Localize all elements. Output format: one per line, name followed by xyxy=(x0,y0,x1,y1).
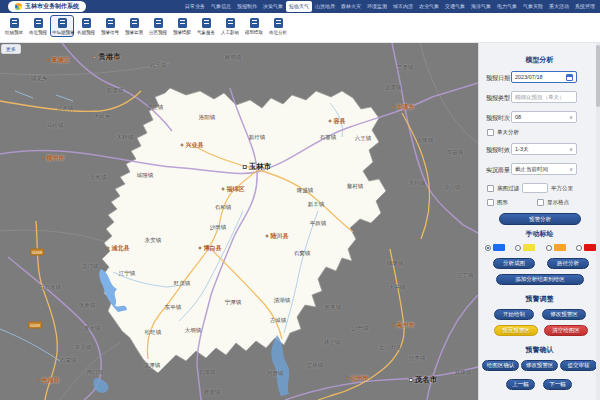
prev-frame-button[interactable]: 上一幅 xyxy=(506,379,535,390)
start-draw-button[interactable]: 开始绘制 xyxy=(494,309,534,320)
toolbar-item[interactable]: 分区预报 xyxy=(146,15,170,37)
grid-checkbox[interactable] xyxy=(537,199,544,206)
map-label-town: 平政镇 xyxy=(310,220,327,227)
plot-color-option[interactable] xyxy=(515,244,535,251)
topnav-item[interactable]: 气象灾险 xyxy=(520,1,546,12)
analyze-to-image-button[interactable]: 分析成图 xyxy=(493,258,535,269)
toolbar-item[interactable]: 预警提醒 xyxy=(170,15,194,37)
panel-scrollbar-thumb[interactable] xyxy=(596,45,600,107)
color-radio[interactable] xyxy=(546,245,552,251)
single-day-checkbox[interactable] xyxy=(487,129,494,136)
toolbar-item[interactable]: 组稿预览 xyxy=(2,15,26,37)
preset-warning-zone-button[interactable]: 预置预警区 xyxy=(494,325,538,336)
next-frame-button[interactable]: 下一幅 xyxy=(543,379,572,390)
add-result-to-plot-button[interactable]: 添加分析结果到绘区 xyxy=(496,274,584,285)
validity-select[interactable]: 1-3天 ∨ xyxy=(511,143,577,155)
map-label-town: 云表镇 xyxy=(57,105,74,112)
map-label-town: 沙田镇 xyxy=(352,325,369,332)
map-label-town: 镇龙乡 xyxy=(31,75,48,82)
forecast-time-select[interactable]: 08 ∨ xyxy=(511,111,577,123)
toolbar-item-label: 人工影响 xyxy=(220,29,240,34)
map-label-town: 大隆镇 xyxy=(417,137,434,144)
topnav-item[interactable]: 电力气象 xyxy=(494,1,520,12)
topnav-item[interactable]: 决策气象 xyxy=(260,1,286,12)
place-marker-icon xyxy=(181,144,184,147)
topnav-item[interactable]: 农业气象 xyxy=(416,1,442,12)
map-label-town: 六王镇 xyxy=(355,135,372,142)
map-label-town: 黎村镇 xyxy=(347,183,364,190)
shape-checkbox-row[interactable]: 图形 xyxy=(487,199,508,206)
topnav-item[interactable]: 海洋气象 xyxy=(468,1,494,12)
map-label-town: 古丁镇 xyxy=(457,272,474,279)
toolbar-item-label: 临近分析 xyxy=(268,29,288,34)
clear-plot-zone-button[interactable]: 清空绘图区 xyxy=(544,325,588,336)
place-marker-icon xyxy=(199,247,202,250)
toolbar-item[interactable]: 预警信号 xyxy=(98,15,122,37)
place-marker-icon xyxy=(37,379,40,382)
map-label-county: 化州市 xyxy=(346,374,369,383)
grid-checkbox-row[interactable]: 显示格点 xyxy=(537,199,569,206)
type-label: 预报类型 xyxy=(486,94,510,103)
area-threshold-input[interactable] xyxy=(522,183,548,193)
model-analysis-panel: 模型分析 预报日期 2023/07/18 预报类型 精细化预报（单天） 预报时次… xyxy=(478,43,600,400)
map-label-town: 新丰镇 xyxy=(308,201,325,208)
chevron-down-icon: ∨ xyxy=(569,166,573,172)
topnav-item[interactable]: 环境监测 xyxy=(364,1,390,12)
topnav-item[interactable]: 城市内涝 xyxy=(390,1,416,12)
warning-analyze-button[interactable]: 预警分析 xyxy=(499,213,581,225)
map-label-town: 大岭乡 xyxy=(94,113,111,120)
map-label-town: 那务镇 xyxy=(325,304,342,311)
map-label-county: 浦北县 xyxy=(107,244,130,253)
basemap-filter-checkbox[interactable] xyxy=(487,185,494,192)
toolbar-item[interactable]: 人工影响 xyxy=(218,15,242,37)
toolbar-item[interactable]: 气象服务 xyxy=(194,15,218,37)
map-label-county: 博白县 xyxy=(199,244,222,253)
color-radio[interactable] xyxy=(515,245,521,251)
toolbar-item[interactable]: 长期预报 xyxy=(74,15,98,37)
topnav-item[interactable]: 系统管理 xyxy=(572,1,598,12)
forecast-type-input[interactable]: 精细化预报（单天） xyxy=(511,91,577,103)
toolbar-item[interactable]: 临近预报 xyxy=(26,15,50,37)
topnav-item[interactable]: 日常业务 xyxy=(182,1,208,12)
topnav-item[interactable]: 气象信息 xyxy=(208,1,234,12)
plot-color-option[interactable] xyxy=(485,244,505,251)
map-label-county: 岑溪市 xyxy=(392,103,415,112)
app-brand[interactable]: 玉林市业务制作系统 xyxy=(8,1,86,12)
color-radio[interactable] xyxy=(576,245,582,251)
toolbar-item[interactable]: 临近分析 xyxy=(266,15,290,37)
area-unit-label: 平方公里 xyxy=(551,185,573,192)
map-more-button[interactable]: 更多 xyxy=(1,44,21,54)
topnav-item[interactable]: 山洪地质 xyxy=(312,1,338,12)
plot-color-option[interactable] xyxy=(576,244,596,251)
map-label-town: 观珠镇 xyxy=(455,369,472,376)
color-radio[interactable] xyxy=(485,245,491,251)
forecast-date-input[interactable]: 2023/07/18 xyxy=(511,71,577,83)
single-day-checkbox-row[interactable]: 单天分析 xyxy=(487,129,519,136)
plot-zone-confirm-button[interactable]: 绘图区确认 xyxy=(482,360,519,371)
topnav-item[interactable]: 森林火灾 xyxy=(338,1,364,12)
toolbar-item[interactable]: 模型提取 xyxy=(242,15,266,37)
map-base-svg xyxy=(0,43,478,400)
map-canvas[interactable]: 更多 武乐镇麻垌镇镇龙乡新塘镇云表镇大岭乡马岭镇湛江镇洛阳镇木梓镇乐民镇城隍镇新… xyxy=(0,43,478,400)
toolbar-item[interactable]: 中短期预警 xyxy=(50,15,74,37)
topnav-item[interactable]: 短临天气 xyxy=(286,1,312,12)
map-label-town: 河唇镇 xyxy=(267,370,284,377)
toolbar-item[interactable]: 预警监测 xyxy=(122,15,146,37)
map-label-county: 覃塘区 xyxy=(47,56,70,65)
topnav-item[interactable]: 重大活动 xyxy=(546,1,572,12)
modify-warning-zone-button2[interactable]: 修改预警区 xyxy=(521,360,558,371)
calendar-icon[interactable] xyxy=(566,74,573,81)
modify-warning-zone-button[interactable]: 修改预警区 xyxy=(542,309,586,320)
map-label-county: 陆川县 xyxy=(266,232,289,241)
topnav-item[interactable]: 交通气象 xyxy=(442,1,468,12)
shape-checkbox[interactable] xyxy=(487,199,494,206)
rain-select[interactable]: 截止当前时间 ∨ xyxy=(511,163,577,175)
map-label-county: 兴业县 xyxy=(181,141,204,150)
plot-color-option[interactable] xyxy=(546,244,566,251)
place-marker-icon xyxy=(222,188,225,191)
path-analyze-button[interactable]: 路径分析 xyxy=(547,258,589,269)
document-icon xyxy=(130,18,139,28)
submit-review-button[interactable]: 提交审核 xyxy=(560,360,597,371)
map-label-city: 玉林市 xyxy=(243,162,272,172)
topnav-item[interactable]: 预报制作 xyxy=(234,1,260,12)
